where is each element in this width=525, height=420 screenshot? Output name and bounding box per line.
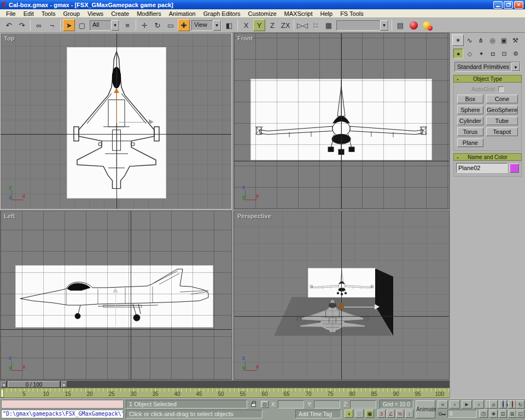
snap-3d-icon[interactable]: 3 — [377, 410, 386, 418]
create-cylinder-button[interactable]: Cylinder — [457, 116, 483, 125]
region-zoom-icon[interactable]: ⧄ — [489, 400, 498, 409]
restrict-plane-button[interactable]: ZX — [279, 19, 291, 31]
frame-zero-marker[interactable] — [1, 389, 4, 398]
restrict-y-button[interactable]: Y — [253, 19, 265, 31]
y-coordinate-field[interactable] — [314, 400, 340, 409]
track-bar[interactable]: 5101520253035404550556065707580859095100 — [0, 388, 450, 398]
time-slider-handle[interactable]: 0 / 100 — [8, 381, 60, 388]
tab-utilities[interactable]: ⚒ — [510, 34, 521, 46]
move-gizmo-y-axis[interactable] — [116, 92, 117, 123]
blueprint-plane-back[interactable] — [308, 269, 375, 297]
tab-modify[interactable]: ∿ — [464, 34, 475, 46]
viewport-perspective-label[interactable]: Perspective — [237, 213, 271, 219]
object-type-rollout-header[interactable]: - Object Type — [453, 75, 522, 83]
selection-region-icon[interactable]: ▢ — [76, 19, 88, 31]
play-button[interactable]: ▶ — [462, 400, 472, 409]
tab-display[interactable]: ▣ — [498, 34, 510, 46]
material-editor-icon[interactable] — [407, 19, 419, 31]
zoom-extents-icon[interactable]: ⊡ — [499, 410, 507, 418]
unlink-selection-icon[interactable]: ¬ — [46, 19, 58, 31]
tab-motion[interactable]: ◎ — [487, 34, 498, 46]
track-view-icon[interactable]: ▤ — [394, 19, 406, 31]
blueprint-plane-floor[interactable] — [274, 297, 392, 336]
primitive-category-dropdown[interactable]: Standard Primitives ▼ — [454, 62, 521, 72]
viewport-top[interactable]: Top x y z — [0, 33, 232, 209]
previous-frame-icon[interactable]: ‹ — [450, 400, 460, 409]
spinner-snap-icon[interactable]: ↕ — [405, 410, 413, 418]
create-teapot-button[interactable]: Teapot — [486, 127, 518, 136]
create-torus-button[interactable]: Torus — [457, 127, 483, 136]
next-frame-icon[interactable]: › — [474, 400, 484, 409]
subtab-geometry-icon[interactable]: ● — [453, 49, 463, 59]
viewport-front[interactable]: Front x z y — [234, 33, 450, 209]
menu-tools[interactable]: Tools — [38, 10, 60, 18]
blueprint-plane-left[interactable] — [16, 266, 213, 327]
menu-help[interactable]: Help — [317, 10, 337, 18]
create-tube-button[interactable]: Tube — [486, 116, 518, 125]
degradation-override-icon[interactable]: ◖ — [345, 410, 353, 418]
autogrid-checkbox[interactable] — [498, 86, 504, 92]
close-button[interactable]: ✕ — [514, 1, 523, 9]
menu-create[interactable]: Create — [107, 10, 133, 18]
menu-fs-tools[interactable]: FS Tools — [336, 10, 368, 18]
create-cone-button[interactable]: Cone — [486, 95, 518, 103]
blueprint-plane-front[interactable] — [251, 79, 431, 160]
create-plane-button[interactable]: Plane — [457, 138, 483, 147]
align-icon[interactable]: ∷ — [310, 19, 322, 31]
select-and-manipulate-button[interactable]: ✚ — [178, 19, 190, 31]
selection-lock-icon[interactable] — [251, 403, 256, 407]
create-geosphere-button[interactable]: GeoSphere — [486, 106, 518, 114]
subtab-lights-icon[interactable]: ✦ — [476, 49, 486, 59]
subtab-helpers-icon[interactable]: ⊡ — [499, 49, 509, 59]
menu-views[interactable]: Views — [84, 10, 107, 18]
named-selection-sets-icon[interactable]: ▦ — [323, 19, 335, 31]
menu-graph-editors[interactable]: Graph Editors — [200, 10, 244, 18]
viewport-perspective[interactable]: Perspective x z y — [234, 211, 450, 380]
time-configuration-icon[interactable]: ◷ — [479, 410, 488, 418]
menu-customize[interactable]: Customize — [244, 10, 281, 18]
key-mode-icon[interactable] — [439, 412, 442, 416]
macro-recorder-field[interactable] — [1, 400, 124, 409]
arc-rotate-icon[interactable]: ↻ — [516, 400, 524, 409]
undo-icon[interactable]: ↶ — [3, 19, 15, 31]
menu-maxscript[interactable]: MAXScript — [281, 10, 317, 18]
menu-group[interactable]: Group — [59, 10, 84, 18]
chevron-down-icon[interactable]: ▼ — [511, 62, 520, 71]
subtab-cameras-icon[interactable]: ◘ — [488, 49, 498, 59]
restore-button[interactable] — [504, 1, 513, 9]
menu-modifiers[interactable]: Modifiers — [133, 10, 165, 18]
coordinate-system-dropdown[interactable]: View ▼ — [191, 20, 221, 31]
select-and-link-icon[interactable]: ∞ — [33, 19, 45, 31]
restrict-x-button[interactable]: X — [240, 19, 252, 31]
viewport-left[interactable]: Left x z y — [0, 211, 232, 380]
zoom-extents-all-icon[interactable]: ⊞ — [508, 410, 516, 418]
selection-filter-dropdown[interactable]: All ▼ — [90, 20, 120, 31]
angle-snap-icon[interactable]: ∠ — [387, 410, 395, 418]
maxscript-listener-field[interactable]: "D:\gmax\gamepacks\FSX_GMaxGamepack\" — [1, 410, 124, 418]
tab-create[interactable]: ✶ — [452, 34, 464, 46]
menu-file[interactable]: File — [2, 10, 20, 18]
select-object-button[interactable]: ➤ — [63, 19, 75, 31]
named-selection-dropdown[interactable]: ▼ — [336, 20, 389, 31]
object-color-swatch[interactable] — [510, 164, 519, 173]
tab-hierarchy[interactable]: ⋔ — [475, 34, 487, 46]
use-center-icon[interactable]: ◧ — [223, 19, 235, 31]
time-slider-right-icon[interactable]: ▸ — [61, 381, 67, 388]
move-gizmo-axis[interactable] — [343, 307, 375, 307]
absolute-mode-icon[interactable]: ⊡ — [261, 401, 269, 408]
x-coordinate-field[interactable] — [278, 400, 304, 409]
pan-icon[interactable]: ❖ — [489, 410, 498, 418]
render-icon[interactable] — [421, 19, 433, 31]
animate-button[interactable]: Animate — [416, 400, 435, 418]
name-color-rollout-header[interactable]: - Name and Color — [453, 153, 522, 161]
percent-snap-icon[interactable]: % — [396, 410, 404, 418]
viewport-left-label[interactable]: Left — [4, 213, 15, 219]
move-gizmo-x-axis[interactable] — [119, 122, 149, 122]
current-frame-field[interactable]: 0 — [447, 410, 477, 418]
box-mode-icon[interactable]: ▣ — [365, 410, 374, 418]
minimize-button[interactable] — [493, 1, 503, 9]
z-coordinate-field[interactable] — [350, 400, 376, 409]
select-and-rotate-icon[interactable]: ↻ — [151, 19, 164, 31]
viewport-top-label[interactable]: Top — [4, 35, 14, 42]
move-gizmo-axis[interactable] — [115, 292, 116, 326]
